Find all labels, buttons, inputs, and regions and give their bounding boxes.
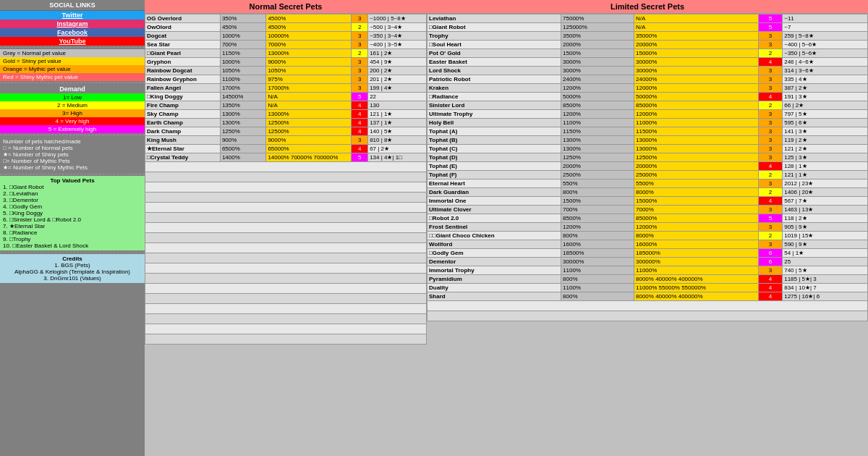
shiny-value: 12500% [634,153,759,162]
pet-name: OwOlord [145,23,221,32]
pet-name: Pyramidium [427,275,561,284]
table-row: □Soul Heart 2000% 20000% 3 ~400 | 5~6★ [427,41,868,49]
empty-row [145,274,427,284]
credits-2: AlphaGG & Kelogish (Template & Inspirati… [3,269,142,275]
trade-value: 1275 | 16★| 6 [783,292,868,301]
normal-value: 1100% [220,75,265,84]
shiny-value: 11000% 55000% 550000% [634,284,759,292]
demand-value: 3 [758,145,783,153]
instagram-link[interactable]: Instagram [0,20,145,28]
trade-value: 121 | 2★ [783,145,868,153]
demand-value: 4 [352,110,368,119]
shiny-value: 25000% [634,171,759,180]
pet-name: Sky Champ [145,110,221,119]
table-row: Eternal Heart 550% 5500% 3 2012 | 23★ [427,180,868,188]
table-row: Ultimate Trophy 1200% 12000% 3 797 | 5★ [427,110,868,119]
table-row: Frost Sentinel 1200% 12000% 3 905 | 9★ [427,223,868,232]
pet-name: Sinister Lord [427,101,561,110]
shiny-value: 7000% [266,41,352,49]
normal-value: 1500% [561,49,634,58]
trade-value: 25 [783,258,868,266]
trade-value: 121 | 1★ [368,110,427,119]
demand-value: 4 [758,58,783,67]
pet-name: Gryphon [145,58,221,67]
normal-value: 2500% [561,171,634,180]
table-row: Ultimate Clover 700% 7000% 3 1463 | 13★ [427,206,868,214]
empty-row [145,304,427,314]
demand-header: Demand [0,85,145,93]
pet-name: Tophat (B) [427,136,561,145]
pet-name: Duality [427,284,561,292]
demand-value: 3 [758,223,783,232]
table-row: Gryphon 1000% 9000% 3 454 | 9★ [145,58,427,67]
pet-name: ★Eternal Star [145,145,221,153]
pet-name: Ultimate Trophy [427,110,561,119]
normal-value: 75000% [561,14,634,23]
shiny-value: 11000% [634,119,759,127]
legend-grey: Grey = Normal pet value [0,49,145,57]
pet-name: □Robot 2.0 [427,214,561,223]
demand-value: 4 [758,162,783,171]
sidebar: SOCIAL LINKS Twitter Instagram Facebook … [0,0,145,456]
normal-value: 2400% [561,75,634,84]
trade-value: 387 | 2★ [783,84,868,93]
empty-row [145,233,427,243]
shiny-value: 15000% [634,49,759,58]
table-row: Sinister Lord 8500% 85000% 2 66 | 2★ [427,101,868,110]
credits-1: 1. BGS (Pets) [3,262,142,269]
table-row: Rainbow Dogcat 1050% 1050% 3 200 | 2★ [145,67,427,75]
trade-value: 140 | 5★ [368,127,427,136]
credits-header: Credits [3,256,142,262]
pet-name: □Soul Heart [427,41,561,49]
trade-value: 128 | 1★ [783,162,868,171]
normal-value: 1250% [561,153,634,162]
normal-value: 800% [561,232,634,240]
shiny-value: N/A [266,101,352,110]
shiny-value: 1050% [266,67,352,75]
facebook-link[interactable]: Facebook [0,28,145,37]
demand-value: 2 [352,49,368,58]
pet-name: Leviathan [427,14,561,23]
normal-value: 5000% [561,93,634,101]
table-row: Earth Champ 1300% 12500% 4 137 | 1★ [145,119,427,127]
shiny-value: 10000% [266,32,352,41]
shiny-value: 13000% [634,136,759,145]
empty-row [427,311,868,321]
top-valued-5: 5. □King Doggy [3,210,142,216]
empty-row [145,324,427,334]
normal-value: 450% [220,23,265,32]
demand-value: 4 [758,93,783,101]
demand-value: 4 [758,292,783,301]
table-row: Dark Champ 1250% 12500% 4 140 | 5★ [145,127,427,136]
demand-value: 6 [758,249,783,258]
empty-row [427,301,868,311]
table-row: Wollford 1600% 16000% 3 590 | 9★ [427,240,868,249]
pet-name: Easter Basket [427,58,561,67]
demand-value: 4 [352,145,368,153]
normal-value: 3500% [561,32,634,41]
table-row: □□Giant Choco Chicken 800% 8000% 2 1019 … [427,232,868,240]
shiny-value: 20000% [634,41,759,49]
twitter-link[interactable]: Twitter [0,11,145,20]
top-valued-4: 4. □Godly Gem [3,203,142,210]
demand-value: 4 [352,119,368,127]
pet-name: □Giant Pearl [145,49,221,58]
trade-value: 246 | 4~6★ [783,58,868,67]
trade-value: 567 | 7★ [783,197,868,206]
demand-value: 5 [758,23,783,32]
table-row: Immortal Trophy 1100% 11000% 3 740 | 5★ [427,266,868,275]
youtube-link[interactable]: YouTube [0,37,145,46]
pet-name: □Giant Robot [427,23,561,32]
demand-value: 5 [758,214,783,223]
pet-name: Fallen Angel [145,84,221,93]
empty-row [145,203,427,213]
table-row: Immortal One 1500% 15000% 4 567 | 7★ [427,197,868,206]
demand-4: 4 = Very high [0,117,145,125]
trade-value: 199 | 4★ [368,84,427,93]
normal-value: 800% [561,292,634,301]
shiny-value: 13000% [266,110,352,119]
trade-value: 1406 | 20★ [783,188,868,197]
demand-value: 5 [352,153,368,162]
trade-value: 454 | 9★ [368,58,427,67]
pet-name: Rainbow Gryphon [145,75,221,84]
